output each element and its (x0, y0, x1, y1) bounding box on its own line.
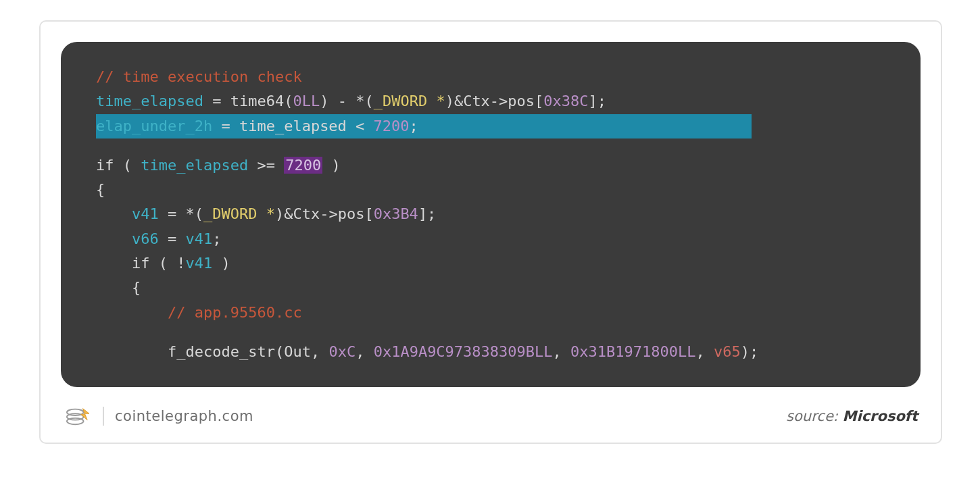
footer-left: cointelegraph.com (64, 405, 253, 428)
cointelegraph-logo-icon (64, 405, 92, 428)
source-name: Microsoft (843, 408, 918, 424)
blank-line (96, 138, 898, 153)
footer-domain: cointelegraph.com (115, 408, 253, 424)
code-line-2: time_elapsed = time64(0LL) - *(_DWORD *)… (96, 89, 898, 114)
code-line-11: f_decode_str(Out, 0xC, 0x1A9A9C973838309… (96, 340, 898, 364)
code-line-4: if ( time_elapsed >= 7200 ) (96, 153, 898, 178)
blank-line (96, 325, 898, 340)
code-block: // time execution check time_elapsed = t… (61, 42, 921, 387)
footer: cointelegraph.com source: Microsoft (61, 405, 921, 428)
code-line-9: { (96, 276, 898, 300)
code-line-8: if ( !v41 ) (96, 251, 898, 276)
brace: { (96, 178, 898, 202)
code-line-1: // time execution check (96, 65, 898, 89)
footer-source: source: Microsoft (786, 408, 918, 424)
code-line-10: // app.95560.cc (96, 301, 898, 325)
content-card: // time execution check time_elapsed = t… (39, 20, 942, 444)
code-line-3-highlight: elap_under_2h = time_elapsed < 7200; (96, 114, 898, 138)
footer-divider (103, 407, 104, 426)
svg-point-2 (67, 418, 84, 424)
page: // time execution check time_elapsed = t… (0, 0, 980, 504)
highlighted-number: 7200 (284, 157, 322, 174)
comment: // time execution check (96, 68, 302, 85)
source-label: source: (786, 408, 843, 424)
code-line-7: v66 = v41; (96, 227, 898, 251)
code-line-6: v41 = *(_DWORD *)&Ctx->pos[0x3B4]; (96, 202, 898, 226)
